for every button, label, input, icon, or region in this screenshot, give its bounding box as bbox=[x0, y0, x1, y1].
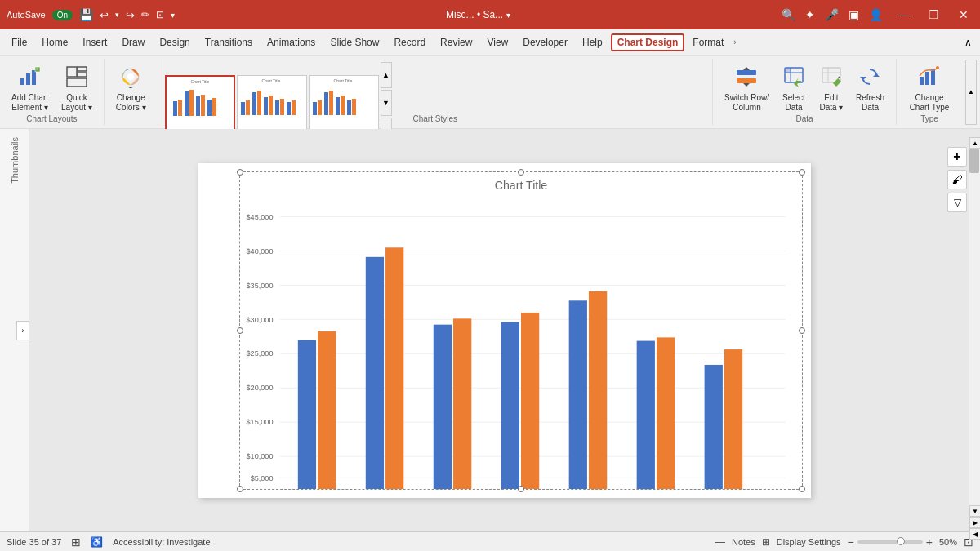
thumbnails-panel: Thumbnails › bbox=[0, 129, 29, 531]
change-chart-type-btn[interactable]: ChangeChart Type bbox=[905, 62, 955, 116]
scroll-down-arrow[interactable]: ▼ bbox=[969, 505, 980, 517]
person-icon[interactable]: 👤 bbox=[869, 8, 883, 21]
scroll-thumb[interactable] bbox=[969, 149, 979, 173]
menu-help[interactable]: Help bbox=[576, 33, 609, 51]
svg-rect-35 bbox=[324, 92, 328, 115]
form-btn[interactable]: ⊡ bbox=[156, 9, 164, 20]
thumbnails-expand-btn[interactable]: › bbox=[16, 321, 29, 340]
svg-rect-36 bbox=[329, 91, 333, 115]
svg-rect-16 bbox=[189, 90, 194, 116]
styles-scroll-up[interactable]: ▲ bbox=[381, 62, 392, 88]
zoom-handle[interactable] bbox=[897, 537, 905, 545]
save-icon[interactable]: 💾 bbox=[79, 8, 93, 21]
zoom-in-btn[interactable]: + bbox=[926, 535, 933, 549]
collapse-btn[interactable]: ▲ bbox=[965, 60, 977, 125]
slide-thumbnail-icon[interactable]: ⊞ bbox=[71, 535, 81, 549]
redo-btn[interactable]: ↪ bbox=[126, 9, 135, 21]
menu-bar: File Home Insert Draw Design Transitions… bbox=[0, 29, 980, 56]
select-data-label: SelectData bbox=[782, 93, 805, 113]
menu-format[interactable]: Format bbox=[686, 33, 730, 51]
quick-layout-btn[interactable]: QuickLayout ▾ bbox=[56, 62, 97, 116]
star-icon[interactable]: ✦ bbox=[805, 8, 815, 21]
chart-style-2[interactable]: Chart Title bbox=[237, 75, 307, 131]
refresh-data-icon bbox=[858, 65, 881, 91]
undo-btn[interactable]: ↩ bbox=[100, 9, 109, 21]
bar-feb-east bbox=[366, 256, 384, 488]
handle-tl[interactable] bbox=[237, 169, 243, 176]
select-data-btn[interactable]: SelectData bbox=[776, 62, 812, 116]
notes-label[interactable]: Notes bbox=[732, 537, 755, 547]
svg-text:$45,000: $45,000 bbox=[247, 212, 274, 220]
title-dropdown[interactable]: ▾ bbox=[506, 11, 510, 20]
menu-insert[interactable]: Insert bbox=[76, 33, 114, 51]
menu-file[interactable]: File bbox=[5, 33, 33, 51]
undo-dropdown[interactable]: ▾ bbox=[115, 11, 119, 19]
handle-tc[interactable] bbox=[518, 169, 524, 176]
menu-design[interactable]: Design bbox=[153, 33, 196, 51]
svg-rect-42 bbox=[737, 78, 756, 83]
menu-expand[interactable]: › bbox=[732, 34, 737, 50]
slide-area: Chart Title $45,000 $40,000 $35,000 $30,… bbox=[29, 129, 980, 531]
handle-tr[interactable] bbox=[799, 169, 805, 176]
chart-style-active[interactable]: Chart Title bbox=[165, 75, 235, 131]
zoom-out-btn[interactable]: − bbox=[848, 535, 854, 549]
svg-rect-1 bbox=[26, 73, 30, 85]
change-colors-btn[interactable]: ▾ ChangeColors ▾ bbox=[111, 62, 151, 116]
zoom-level[interactable]: 50% bbox=[939, 537, 957, 547]
svg-text:Chart Title: Chart Title bbox=[261, 78, 280, 83]
scroll-up-arrow[interactable]: ▲ bbox=[969, 137, 980, 149]
menu-transitions[interactable]: Transitions bbox=[198, 33, 259, 51]
svg-rect-29 bbox=[280, 99, 284, 115]
close-btn[interactable]: ✕ bbox=[954, 7, 973, 23]
handle-bc[interactable] bbox=[518, 486, 524, 492]
autosave-toggle[interactable]: On bbox=[52, 10, 73, 20]
handle-ml[interactable] bbox=[237, 327, 243, 334]
collapse-ribbon-icon[interactable]: ∧ bbox=[961, 33, 975, 51]
accessibility-text[interactable]: Accessibility: Investigate bbox=[113, 537, 210, 547]
ribbon-collapse[interactable]: ▲ bbox=[962, 59, 980, 125]
menu-view[interactable]: View bbox=[480, 33, 514, 51]
menu-review[interactable]: Review bbox=[434, 33, 479, 51]
app-title: Misc... • Sa... bbox=[446, 9, 503, 20]
status-left: Slide 35 of 37 ⊞ ♿ Accessibility: Invest… bbox=[7, 535, 211, 549]
customize-btn[interactable]: ✏ bbox=[141, 9, 149, 20]
svg-text:$40,000: $40,000 bbox=[247, 247, 274, 255]
menu-chartdesign[interactable]: Chart Design bbox=[611, 33, 685, 51]
zoom-track[interactable] bbox=[858, 540, 923, 544]
chart-container[interactable]: Chart Title $45,000 $40,000 $35,000 $30,… bbox=[239, 171, 803, 490]
quick-layout-label: QuickLayout ▾ bbox=[61, 93, 92, 113]
minimize-btn[interactable]: — bbox=[893, 7, 914, 23]
menu-record[interactable]: Record bbox=[387, 33, 432, 51]
chart-style-btn[interactable]: 🖌 bbox=[947, 170, 967, 189]
svg-text:$5,000: $5,000 bbox=[251, 473, 274, 482]
change-chart-type-label: ChangeChart Type bbox=[910, 93, 950, 113]
add-chart-element-btn[interactable]: + Add ChartElement ▾ bbox=[7, 62, 53, 116]
scroll-left-arrow[interactable]: ◀ bbox=[969, 528, 980, 540]
menu-slideshow[interactable]: Slide Show bbox=[323, 33, 385, 51]
handle-br[interactable] bbox=[799, 486, 805, 492]
chart-add-btn[interactable]: + bbox=[947, 147, 967, 167]
chart-style-3[interactable]: Chart Title bbox=[309, 75, 379, 131]
menu-draw[interactable]: Draw bbox=[115, 33, 151, 51]
display-settings-label[interactable]: Display Settings bbox=[777, 537, 841, 547]
handle-mr[interactable] bbox=[799, 327, 805, 334]
chart-filter-btn[interactable]: ▽ bbox=[947, 193, 967, 212]
svg-rect-15 bbox=[185, 91, 189, 116]
styles-scroll-down[interactable]: ▼ bbox=[381, 90, 392, 116]
menu-developer[interactable]: Developer bbox=[516, 33, 574, 51]
extra-btn[interactable]: ▾ bbox=[171, 11, 175, 20]
menu-animations[interactable]: Animations bbox=[261, 33, 322, 51]
mic-icon[interactable]: 🎤 bbox=[825, 8, 839, 21]
edit-data-btn[interactable]: EditData ▾ bbox=[813, 62, 849, 116]
bar-jun-west bbox=[657, 337, 675, 489]
handle-bl[interactable] bbox=[237, 486, 243, 492]
present-icon[interactable]: ▣ bbox=[849, 8, 859, 21]
search-icon[interactable]: 🔍 bbox=[782, 8, 795, 21]
menu-home[interactable]: Home bbox=[35, 33, 74, 51]
change-chart-type-icon bbox=[918, 65, 941, 91]
refresh-data-btn[interactable]: RefreshData bbox=[851, 62, 889, 116]
scroll-right-arrow[interactable]: ▶ bbox=[969, 517, 980, 528]
type-group-label: Type bbox=[920, 114, 938, 123]
restore-btn[interactable]: ❐ bbox=[924, 7, 944, 23]
switch-row-column-btn[interactable]: Switch Row/Column bbox=[719, 62, 774, 116]
